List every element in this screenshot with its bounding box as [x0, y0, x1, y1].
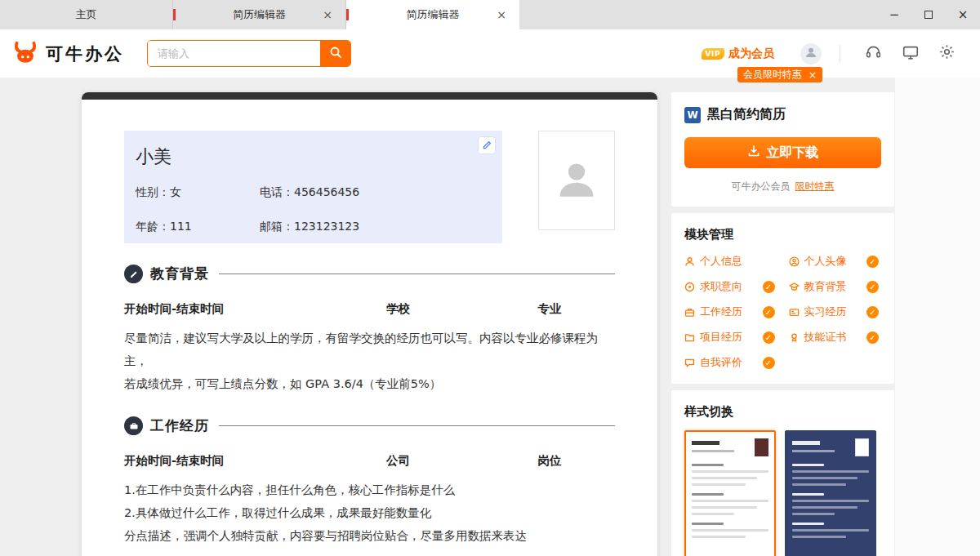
avatar-circle-icon: [789, 256, 800, 267]
limited-offer-link[interactable]: 限时特惠: [795, 180, 835, 192]
work-title: 工作经历: [150, 416, 209, 435]
email-field: 邮箱：123123123: [260, 220, 491, 234]
check-icon[interactable]: ✓: [866, 306, 879, 318]
modules-grid: 个人信息 个人头像 ✓ 求职意向 ✓ 教育背景: [684, 254, 881, 370]
promo-label: 会员限时特惠: [743, 68, 802, 82]
vip-icon: VIP: [702, 48, 724, 60]
chat-bubble-icon: [684, 358, 695, 368]
check-icon[interactable]: ✓: [866, 331, 879, 344]
module-internship[interactable]: 实习经历 ✓: [789, 305, 882, 319]
graduation-cap-icon: [789, 282, 800, 292]
thumb-photo: [855, 438, 869, 456]
module-avatar[interactable]: 个人头像 ✓: [789, 254, 882, 269]
module-work-experience[interactable]: 工作经历 ✓: [684, 305, 777, 319]
check-icon[interactable]: ✓: [763, 281, 775, 293]
check-icon[interactable]: ✓: [866, 281, 879, 293]
photo-placeholder[interactable]: [538, 131, 615, 230]
personal-info-block[interactable]: 小美 性别：女 电话：456456456 年龄：111 邮箱：123123123: [124, 131, 502, 243]
module-self-evaluation[interactable]: 自我评价 ✓: [684, 355, 777, 370]
module-skill-certificates[interactable]: 技能证书 ✓: [789, 330, 882, 345]
avatar-person-icon: [804, 45, 818, 63]
app-header: 可牛办公 VIP 成为会员: [0, 29, 980, 78]
tab-resume-editor-1[interactable]: 简历编辑器 ×: [173, 0, 346, 29]
work-body[interactable]: 1.在工作中负责什么内容，担任什么角色，核心工作指标是什么 2.具体做过什么工作…: [124, 478, 615, 547]
tab-modified-marker: [346, 9, 349, 20]
app-window: 主页 简历编辑器 × 简历编辑器 × − ×: [0, 0, 980, 556]
module-education[interactable]: 教育背景 ✓: [789, 279, 882, 294]
age-field: 年龄：111: [136, 220, 260, 234]
resume-name: 小美: [136, 145, 491, 169]
header-divider: [840, 45, 840, 63]
search-button[interactable]: [320, 41, 350, 66]
module-personal-info[interactable]: 个人信息: [684, 254, 777, 269]
check-icon[interactable]: ✓: [866, 256, 879, 268]
user-icon: [684, 256, 695, 267]
check-icon[interactable]: ✓: [763, 306, 775, 318]
close-button[interactable]: ×: [946, 0, 980, 29]
template-thumbnails-row1: [684, 430, 881, 556]
folder-icon: [684, 332, 695, 343]
resume-preview-page: 小美 性别：女 电话：456456456 年龄：111 邮箱：123123123: [82, 92, 657, 556]
tab-label: 简历编辑器: [233, 7, 286, 22]
work-col-time: 开始时间-结束时间: [124, 453, 312, 469]
work-briefcase-icon: [124, 416, 143, 435]
work-col-position: 岗位: [484, 453, 615, 469]
settings-button[interactable]: [929, 39, 965, 69]
edit-info-button[interactable]: [478, 136, 496, 154]
member-line: 可牛办公会员限时特惠: [684, 180, 881, 193]
thumb-skeleton: [792, 464, 869, 538]
tab-modified-marker: [173, 9, 176, 20]
check-icon[interactable]: ✓: [763, 357, 775, 369]
app-logo[interactable]: 可牛办公: [11, 38, 124, 69]
header-right: VIP 成为会员: [702, 39, 965, 69]
education-col-major: 专业: [484, 301, 615, 317]
search-input[interactable]: [148, 41, 320, 66]
right-margin: [895, 78, 980, 556]
become-member-button[interactable]: VIP 成为会员: [702, 47, 774, 61]
tab-bar: 主页 简历编辑器 × 简历编辑器 × − ×: [0, 0, 980, 29]
maximize-button[interactable]: [911, 0, 946, 29]
search-icon: [329, 46, 342, 61]
style-switch-card: 样式切换: [671, 390, 894, 556]
right-sidebar: W 黑白简约简历 立即下载 可牛办公会员限时特惠 模块管理: [671, 92, 894, 556]
pencil-icon: [482, 138, 492, 153]
module-job-intention[interactable]: 求职意向 ✓: [684, 279, 777, 294]
member-promo-badge: 会员限时特惠 ×: [737, 67, 822, 82]
tab-home[interactable]: 主页: [0, 0, 173, 29]
desktop-button[interactable]: [892, 39, 929, 69]
download-card: W 黑白简约简历 立即下载 可牛办公会员限时特惠: [671, 92, 894, 207]
support-button[interactable]: [855, 39, 892, 69]
template-thumbnail-dark[interactable]: [785, 430, 876, 556]
work-col-company: 公司: [312, 453, 484, 469]
word-doc-icon: W: [684, 107, 701, 123]
promo-close-icon[interactable]: ×: [808, 70, 817, 80]
user-avatar[interactable]: [800, 43, 822, 64]
education-columns: 开始时间-结束时间 学校 专业: [124, 301, 615, 317]
logo-text: 可牛办公: [46, 42, 124, 65]
work-columns: 开始时间-结束时间 公司 岗位: [124, 453, 615, 469]
template-thumbnail-light-selected[interactable]: [684, 430, 776, 556]
tab-home-label: 主页: [76, 7, 97, 22]
gender-field: 性别：女: [136, 185, 260, 200]
phone-field: 电话：456456456: [260, 185, 491, 200]
module-project-experience[interactable]: 项目经历 ✓: [684, 330, 777, 345]
download-button[interactable]: 立即下载: [684, 137, 881, 168]
main-content: 小美 性别：女 电话：456456456 年龄：111 邮箱：123123123: [0, 78, 980, 556]
certificate-icon: [789, 332, 800, 343]
target-icon: [684, 282, 695, 292]
tab-label: 简历编辑器: [407, 7, 460, 22]
person-silhouette-icon: [553, 153, 600, 208]
education-body[interactable]: 尽量简洁，建议写大学及以上的学历，有留学交换的经历也可以写。内容以专业必修课程为…: [124, 327, 615, 395]
module-management-card: 模块管理 个人信息 个人头像 ✓ 求职意向 ✓: [671, 213, 894, 384]
minimize-button[interactable]: −: [877, 0, 911, 29]
tab-close-icon[interactable]: ×: [497, 9, 506, 20]
section-rule: [219, 274, 615, 274]
headset-icon: [865, 43, 882, 64]
thumb-skeleton: [692, 464, 768, 538]
work-section-header[interactable]: 工作经历: [124, 416, 615, 435]
check-icon[interactable]: ✓: [763, 331, 775, 344]
education-section-header[interactable]: 教育背景: [124, 265, 615, 283]
section-rule: [219, 425, 615, 426]
tab-resume-editor-2[interactable]: 简历编辑器 ×: [346, 0, 519, 29]
tab-close-icon[interactable]: ×: [323, 9, 332, 20]
